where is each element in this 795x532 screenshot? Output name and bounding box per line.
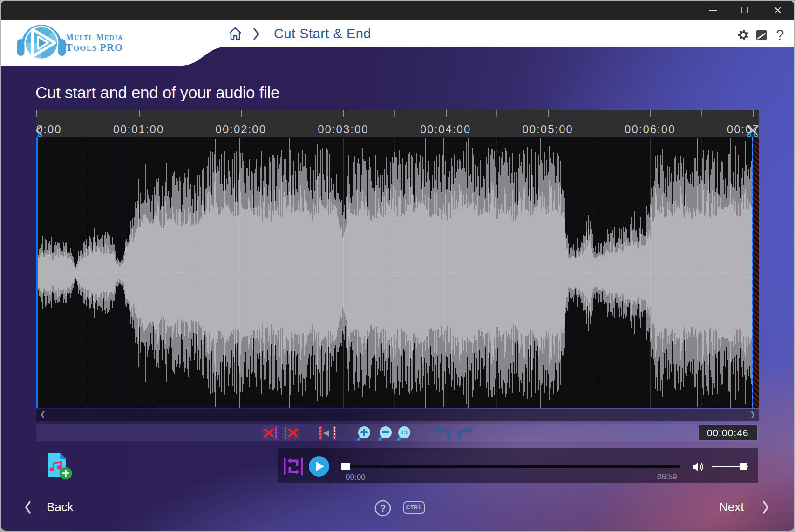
svg-text:1:1: 1:1: [401, 430, 408, 435]
svg-text:?: ?: [380, 503, 386, 513]
svg-text:?: ?: [776, 27, 784, 43]
